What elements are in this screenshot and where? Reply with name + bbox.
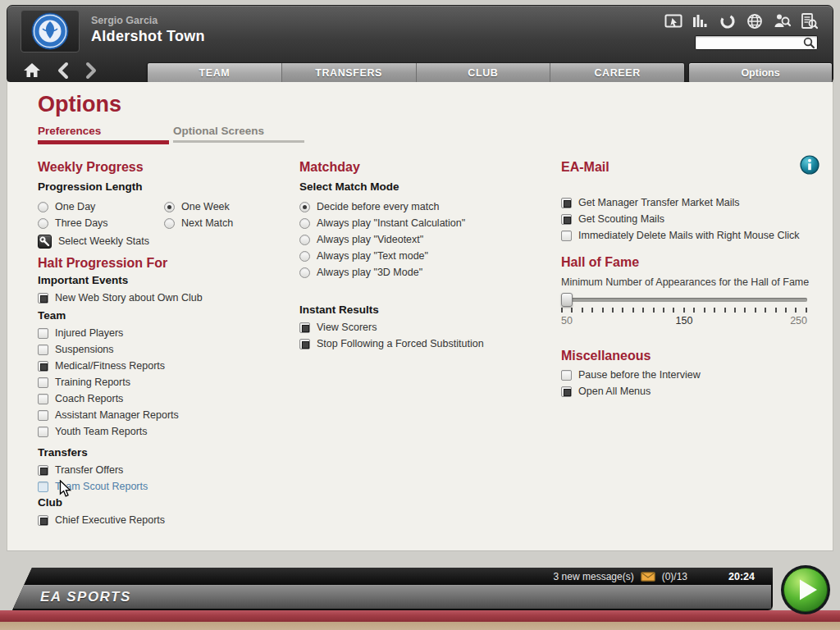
button-label: Select Weekly Stats [58,235,149,247]
forward-icon[interactable] [83,61,99,80]
radio-label: One Day [55,201,95,212]
radio[interactable] [299,202,310,212]
radio[interactable] [299,218,310,229]
checkbox-transfer-offers[interactable]: Transfer Offers [38,462,287,478]
manager-name: Sergio Garcia [91,15,158,26]
slider-handle[interactable] [561,293,573,307]
world-icon[interactable] [746,13,764,30]
clock: 20:24 [728,571,755,582]
checkbox-training-reports[interactable]: Training Reports [38,374,287,390]
back-icon[interactable] [55,61,71,80]
radio-label: Always play "Videotext" [317,234,423,245]
checkbox[interactable] [38,410,48,421]
hall-of-fame-slider [561,298,807,302]
checkbox[interactable] [561,231,572,241]
slider-mid-label: 150 [676,315,693,326]
radio-instant-calculation[interactable]: Always play "Instant Calculation" [299,215,549,231]
radio-decide-before-every-match[interactable]: Decide before every match [299,199,549,215]
search-input[interactable] [698,37,801,48]
checkbox-coach-reports[interactable]: Coach Reports [38,390,287,407]
checkbox-view-scorers[interactable]: View Scorers [299,319,549,336]
checkbox-suspensions[interactable]: Suspensions [38,341,287,358]
checkbox[interactable] [299,339,310,349]
checkbox-pause-before-interview[interactable]: Pause before the Interview [561,367,810,383]
radio[interactable] [164,218,175,229]
slider-track[interactable] [561,298,807,302]
radio-videotext[interactable]: Always play "Videotext" [299,231,549,248]
report-search-icon[interactable] [800,13,818,30]
radio-next-match[interactable]: Next Match [164,215,287,231]
radio-label: Three Days [55,217,108,229]
radio[interactable] [164,202,175,212]
radio[interactable] [38,202,48,212]
radio-3d-mode[interactable]: Always play "3D Mode" [299,264,549,281]
status-bar: 3 new message(s) (0)/13 20:24 EA SPORTS [12,568,773,610]
checkbox[interactable] [561,370,572,381]
info-icon[interactable] [800,155,819,175]
radio-text-mode[interactable]: Always play "Text mode" [299,248,549,264]
window-select-icon[interactable] [664,13,682,30]
section-heading: Halt Progression For [38,256,287,271]
checkbox-get-scouting-mails[interactable]: Get Scouting Mails [561,211,810,227]
checkbox[interactable] [38,515,48,526]
checkbox-label: Training Reports [55,377,130,388]
checkbox[interactable] [299,322,310,333]
search-icon[interactable] [803,37,815,49]
checkbox[interactable] [38,293,48,304]
checkbox[interactable] [38,394,48,404]
checkbox-label: Team Scout Reports [55,481,148,492]
wrench-icon[interactable] [38,235,52,249]
checkbox[interactable] [38,361,48,372]
page-tabs: PreferencesOptional Screens [38,123,308,144]
checkbox-immediately-delete-mails[interactable]: Immediately Delete Mails with Right Mous… [561,227,810,244]
search-field[interactable] [695,35,818,50]
checkbox[interactable] [38,328,48,339]
radio-one-day[interactable]: One Day [38,199,164,215]
radio[interactable] [38,218,48,229]
section-heading: Matchday [299,160,549,175]
radio[interactable] [299,267,310,278]
nav-tab-career[interactable]: CAREER [550,63,684,83]
checkbox-get-manager-transfer-market-mails[interactable]: Get Manager Transfer Market Mails [561,194,810,211]
checkbox-youth-team-reports[interactable]: Youth Team Reports [38,423,287,440]
radio-label: Next Match [181,217,233,229]
continue-play-button[interactable] [780,564,831,615]
player-search-icon[interactable] [773,13,791,30]
checkbox[interactable] [561,214,572,225]
nav-tab-transfers[interactable]: TRANSFERS [282,63,417,83]
checkbox[interactable] [561,386,572,397]
checkbox-team-scout-reports[interactable]: Team Scout Reports [38,478,287,495]
checkbox[interactable] [38,482,48,492]
radio-three-days[interactable]: Three Days [38,215,164,231]
checkbox[interactable] [38,465,48,476]
checkbox-assistant-manager-reports[interactable]: Assistant Manager Reports [38,407,287,423]
section-heading: Miscellaneous [561,349,810,363]
stats-icon[interactable] [692,13,710,30]
competition-icon[interactable] [719,13,737,30]
checkbox[interactable] [561,198,572,208]
checkbox-medical-fitness-reports[interactable]: Medical/Fitness Reports [38,358,287,374]
subsection-heading: Instant Results [299,304,549,317]
radio-one-week[interactable]: One Week [164,199,287,215]
checkbox[interactable] [38,377,48,388]
select-weekly-stats-button[interactable]: Select Weekly Stats [38,233,287,249]
tab-preferences[interactable]: Preferences [38,125,169,144]
checkbox[interactable] [38,427,48,437]
nav-tab-club[interactable]: CLUB [417,63,551,83]
radio[interactable] [299,235,310,245]
checkbox-chief-executive-reports[interactable]: Chief Executive Reports [38,512,287,528]
checkbox-injured-players[interactable]: Injured Players [38,325,287,341]
nav-tab-options[interactable]: Options [688,62,833,84]
checkbox-open-all-menus[interactable]: Open All Menus [561,383,810,399]
status-bar-bottom: EA SPORTS [14,585,771,609]
slider-ticks [561,308,807,313]
radio[interactable] [299,251,310,262]
home-icon[interactable] [22,61,42,80]
checkbox-new-web-story[interactable]: New Web Story about Own Club [38,290,287,306]
checkbox[interactable] [38,345,48,355]
nav-tab-team[interactable]: TEAM [148,63,282,83]
checkbox-stop-following-forced-substitution[interactable]: Stop Following a Forced Substitution [299,336,549,352]
tab-optional-screens[interactable]: Optional Screens [173,125,304,143]
subsection-heading: Progression Length [38,180,287,194]
subsection-heading: Important Events [38,274,287,287]
